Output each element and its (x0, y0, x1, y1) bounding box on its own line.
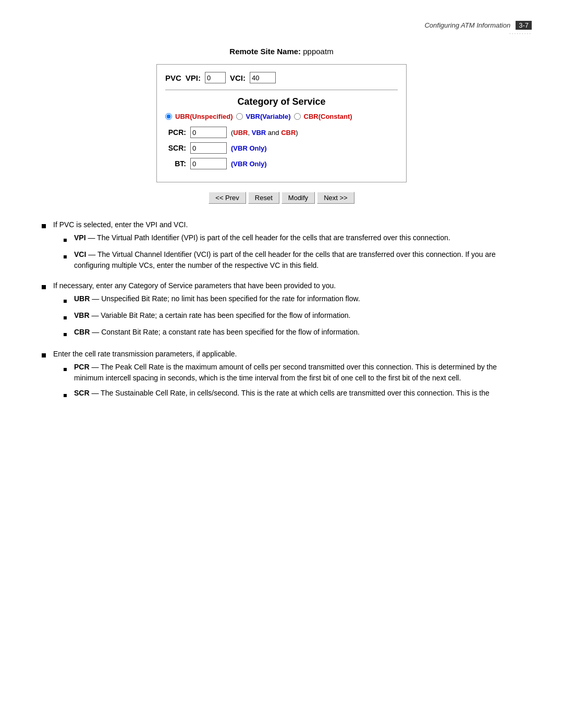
bullet-icon-cbr (64, 328, 71, 339)
bullet-icon-3 (42, 350, 50, 361)
bullet-square-2 (42, 285, 46, 289)
scr-note: (VBR Only) (231, 144, 267, 152)
vbr-label[interactable]: VBR(Variable) (246, 113, 291, 120)
scr-row: SCR: (VBR Only) (165, 142, 398, 154)
sub-item-scr-text: SCR — The Sustainable Cell Rate, in cell… (74, 388, 489, 399)
sub-item-vbr-text: VBR — Variable Bit Rate; a certain rate … (74, 310, 350, 321)
sub-item-cbr-text: CBR — Constant Bit Rate; a constant rate… (74, 327, 360, 338)
header-title: Configuring ATM Information (424, 21, 510, 29)
sub-item-pcr-text: PCR — The Peak Cell Rate is the maximum … (74, 362, 521, 384)
pcr-dash: — (91, 363, 101, 371)
pcr-and: and (268, 129, 281, 137)
pcr-term: PCR (74, 363, 90, 371)
vpi-input[interactable] (205, 72, 226, 83)
bullet-small-vpi (64, 239, 67, 242)
cbr-term: CBR (74, 328, 90, 336)
sub-list-1: VPI — The Virtual Path Identifier (VPI) … (64, 232, 521, 271)
main-bullet-list: If PVC is selected, enter the VPI and VC… (42, 219, 521, 404)
sub-item-vci-text: VCI — The Virtual Channel Identifier (VC… (74, 249, 521, 271)
vpi-term: VPI (74, 233, 86, 242)
list-item-3: Enter the cell rate transmission paramet… (42, 349, 521, 404)
pvc-row: PVC VPI: VCI: (165, 72, 398, 83)
remote-site-name: Remote Site Name: pppoatm (31, 47, 532, 56)
cbr-radio[interactable] (294, 113, 301, 120)
button-row: << Prev Reset Modify Next >> (31, 192, 532, 204)
bullet-icon-ubr (64, 295, 71, 306)
header-page-num: 3-7 (516, 21, 532, 30)
sub-item-cbr: CBR — Constant Bit Rate; a constant rate… (64, 327, 360, 339)
bullet-small-vci (64, 255, 67, 258)
pcr-vbr: VBR (252, 129, 266, 137)
ubr-radio[interactable] (165, 113, 172, 120)
bullet-square-1 (42, 224, 46, 228)
sub-list-3: PCR — The Peak Cell Rate is the maximum … (64, 362, 521, 400)
list-item-1: If PVC is selected, enter the VPI and VC… (42, 219, 521, 275)
pcr-input[interactable] (190, 127, 227, 138)
vbr-desc: Variable Bit Rate; a certain rate has be… (101, 311, 350, 319)
sub-item-ubr: UBR — Unspecified Bit Rate; no limit has… (64, 293, 360, 306)
ubr-desc: Unspecified Bit Rate; no limit has been … (101, 294, 360, 303)
body-content: If PVC is selected, enter the VPI and VC… (31, 219, 532, 404)
cbr-desc: Constant Bit Rate; a constant rate has b… (101, 328, 360, 336)
bullet-icon-vpi (64, 234, 71, 245)
bt-label: BT: (165, 159, 186, 168)
sub-item-vpi-text: VPI — The Virtual Path Identifier (VPI) … (74, 232, 450, 243)
list-item-1-text: If PVC is selected, enter the VPI and VC… (53, 220, 188, 229)
pcr-note: (UBR, VBR and CBR) (231, 129, 298, 137)
bullet-small-ubr (64, 300, 67, 303)
category-title: Category of Service (165, 96, 398, 107)
sub-item-vpi: VPI — The Virtual Path Identifier (VPI) … (64, 232, 521, 245)
vpi-label: VPI: (186, 73, 201, 82)
radio-row: UBR(Unspecified) VBR(Variable) CBR(Const… (165, 113, 398, 120)
remote-site-value: pppoatm (303, 47, 333, 56)
cbr-dash: — (92, 328, 101, 336)
scr-desc: The Sustainable Cell Rate, in cells/seco… (101, 389, 489, 397)
prev-button[interactable]: << Prev (209, 192, 246, 204)
form-box: PVC VPI: VCI: Category of Service UBR(Un… (156, 64, 407, 182)
pcr-cbr: CBR (281, 129, 296, 137)
next-button[interactable]: Next >> (317, 192, 354, 204)
bullet-small-pcr (64, 368, 67, 371)
scr-dash: — (91, 389, 101, 397)
bullet-icon-scr (64, 389, 71, 400)
sub-item-pcr: PCR — The Peak Cell Rate is the maximum … (64, 362, 521, 384)
bullet-icon-vbr (64, 312, 71, 323)
pcr-ubr: UBR (233, 129, 248, 137)
scr-label: SCR: (165, 144, 186, 152)
list-item-3-content: Enter the cell rate transmission paramet… (53, 349, 521, 404)
vci-label: VCI: (230, 73, 246, 82)
pcr-desc: The Peak Cell Rate is the maximum amount… (74, 363, 497, 382)
list-item-3-text: Enter the cell rate transmission paramet… (53, 350, 237, 358)
bt-input[interactable] (190, 158, 227, 169)
ubr-label[interactable]: UBR(Unspecified) (175, 113, 233, 120)
list-item-2: If necessary, enter any Category of Serv… (42, 280, 521, 343)
ubr-dash: — (92, 294, 101, 303)
bullet-small-vbr (64, 316, 67, 319)
page-container: Configuring ATM Information 3-7 ········… (0, 0, 563, 728)
header-dots: ········· (509, 31, 532, 36)
header-text-row: Configuring ATM Information 3-7 (424, 21, 532, 30)
modify-button[interactable]: Modify (282, 192, 315, 204)
bullet-icon-2 (42, 281, 50, 292)
bullet-small-scr (64, 394, 67, 397)
sub-item-vbr: VBR — Variable Bit Rate; a certain rate … (64, 310, 360, 323)
scr-term: SCR (74, 389, 90, 397)
vpi-desc: The Virtual Path Identifier (VPI) is par… (97, 233, 450, 242)
vbr-dash: — (91, 311, 101, 319)
vpi-dash: — (88, 233, 97, 242)
vci-input[interactable] (250, 72, 276, 83)
remote-site-label: Remote Site Name: (229, 47, 301, 56)
bt-row: BT: (VBR Only) (165, 158, 398, 169)
bullet-small-cbr (64, 333, 67, 336)
cbr-label[interactable]: CBR(Constant) (304, 113, 352, 120)
vbr-radio[interactable] (236, 113, 243, 120)
list-item-2-text: If necessary, enter any Category of Serv… (53, 281, 336, 290)
ubr-term: UBR (74, 294, 90, 303)
reset-button[interactable]: Reset (248, 192, 279, 204)
page-header: Configuring ATM Information 3-7 ········… (31, 21, 532, 36)
sub-item-ubr-text: UBR — Unspecified Bit Rate; no limit has… (74, 293, 360, 304)
scr-input[interactable] (190, 142, 227, 154)
bullet-icon-vci (64, 251, 71, 262)
vci-dash: — (88, 250, 97, 258)
pvc-label: PVC (165, 73, 181, 82)
